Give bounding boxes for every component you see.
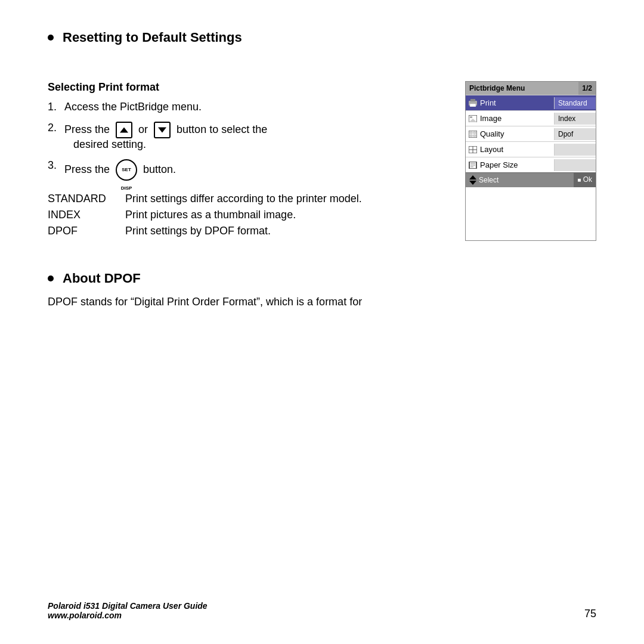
pb-footer: Select ■ Ok [466,172,596,187]
text-content: Selecting Print format 1. Access the Pic… [48,81,447,241]
pb-row-papersize-value [554,159,596,171]
pb-row-print-label: Print [480,98,496,107]
pb-footer-ok-label: Ok [583,175,592,184]
pb-header-num: 1/2 [578,82,596,95]
instruction-3-content: Press the SETDISP button. [64,159,176,181]
instruction-3: 3. Press the SETDISP button. [48,159,447,181]
svg-rect-1 [470,99,475,101]
def-term-index: INDEX [48,209,113,221]
instruction-1: 1. Access the PictBridge menu. [48,101,447,113]
pb-row-quality: Quality Dpof [466,126,596,141]
pb-footer-ok-icon: ■ [577,177,581,183]
svg-rect-16 [470,163,475,164]
pb-row-image-label: Image [480,114,501,123]
def-row-standard: STANDARD Print settings differ according… [48,193,447,205]
section1-title-text: Resetting to Default Settings [63,30,242,45]
pb-row-print-left: Print [466,97,554,109]
subsection-title: Selecting Print format [48,81,447,94]
instruction-2: 2. Press the or button to select the des… [48,122,447,151]
footer-page-number: 75 [584,608,596,620]
pb-row-quality-value: Dpof [554,128,596,140]
about-bullet-dot [48,275,54,281]
pb-row-layout-value [554,144,596,156]
svg-rect-17 [470,165,475,166]
pb-row-layout-label: Layout [480,145,503,154]
svg-rect-10 [473,135,476,137]
select-arrows-icon [469,175,476,185]
pb-row-image-left: Image [466,112,554,125]
pb-row-papersize: Paper Size [466,157,596,172]
footer-left: Polaroid i531 Digital Camera User Guide … [48,601,208,620]
set-button-label: SETDISP [121,167,132,191]
svg-rect-7 [470,132,472,134]
pb-row-papersize-left: Paper Size [466,159,554,171]
def-desc-standard: Print settings differ according to the p… [125,193,447,205]
instruction-2-content: Press the or button to select the desire… [64,122,267,151]
def-row-dpof: DPOF Print settings by DPOF format. [48,225,447,237]
set-disp-button: SETDISP [116,159,137,181]
instruction-2-num: 2. [48,122,60,134]
svg-rect-18 [470,166,473,168]
pb-row-layout: Layout [466,141,596,157]
footer-title: Polaroid i531 Digital Camera User Guide [48,601,208,611]
pb-row-print-value: Standard [554,97,596,109]
def-desc-dpof: Print settings by DPOF format. [125,225,447,237]
pb-footer-select-label: Select [479,176,499,184]
pb-row-image: Image Index [466,110,596,126]
pictbridge-menu: Pictbridge Menu 1/2 Print Standard [465,81,596,241]
instruction-list: 1. Access the PictBridge menu. 2. Press … [48,101,447,181]
page-footer: Polaroid i531 Digital Camera User Guide … [48,601,596,620]
bullet-dot [48,35,54,41]
layout-icon [468,145,478,154]
quality-icon [468,130,478,138]
svg-rect-9 [470,135,472,137]
papersize-icon [468,161,478,169]
def-term-dpof: DPOF [48,225,113,237]
svg-rect-8 [473,132,476,134]
nav-down-button [154,122,171,138]
about-section: About DPOF DPOF stands for “Digital Prin… [48,271,596,308]
pb-footer-right: ■ Ok [574,173,596,187]
pb-header: Pictbridge Menu 1/2 [466,82,596,95]
image-icon [468,114,478,123]
pb-row-quality-label: Quality [480,129,504,138]
def-row-index: INDEX Print pictures as a thumbnail imag… [48,209,447,221]
pb-footer-left: Select [466,173,574,187]
definitions-table: STANDARD Print settings differ according… [48,193,447,237]
nav-up-button [116,122,132,138]
print-icon [468,99,478,107]
svg-rect-2 [470,104,476,107]
pb-row-quality-left: Quality [466,128,554,140]
content-area: Selecting Print format 1. Access the Pic… [48,81,596,241]
page-container: Resetting to Default Settings Selecting … [0,0,644,644]
def-term-standard: STANDARD [48,193,113,205]
instruction-2-before: Press the [64,123,113,135]
about-title-text: About DPOF [63,271,141,286]
about-text: DPOF stands for “Digital Print Order For… [48,296,596,308]
pb-row-image-value: Index [554,113,596,125]
svg-rect-4 [470,116,472,118]
pb-row-layout-left: Layout [466,143,554,156]
instruction-1-num: 1. [48,101,60,113]
pb-header-title: Pictbridge Menu [466,82,578,95]
instruction-3-num: 3. [48,159,60,172]
section1-title: Resetting to Default Settings [48,30,596,45]
about-title: About DPOF [48,271,596,286]
pb-row-papersize-label: Paper Size [480,160,518,169]
def-desc-index: Print pictures as a thumbnail image. [125,209,447,221]
pb-row-print: Print Standard [466,95,596,110]
footer-url: www.polaroid.com [48,611,208,620]
instruction-1-text: Access the PictBridge menu. [64,101,202,113]
